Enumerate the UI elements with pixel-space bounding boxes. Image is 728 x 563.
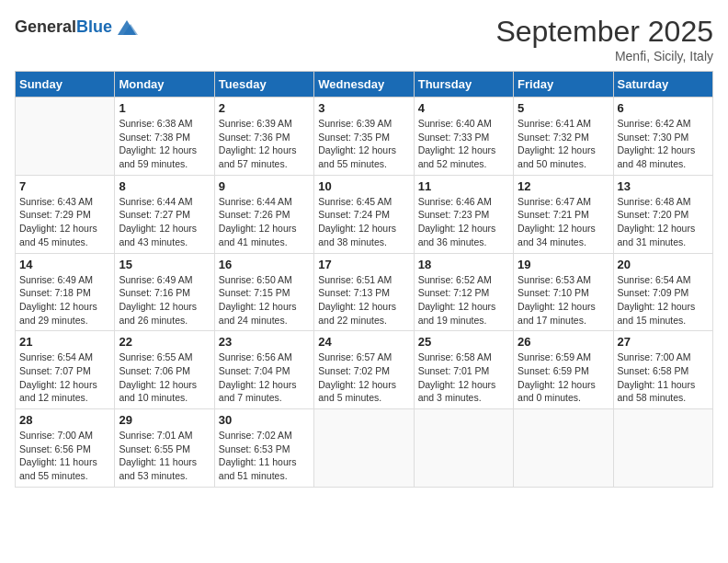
month-title: September 2025 bbox=[495, 15, 713, 49]
calendar-day-cell: 20 Sunrise: 6:54 AMSunset: 7:09 PMDaylig… bbox=[613, 253, 712, 331]
day-info: Sunrise: 6:49 AMSunset: 7:18 PMDaylight:… bbox=[19, 273, 110, 327]
calendar-day-cell: 30 Sunrise: 7:02 AMSunset: 6:53 PMDaylig… bbox=[214, 409, 313, 488]
day-info: Sunrise: 6:51 AMSunset: 7:13 PMDaylight:… bbox=[318, 273, 409, 327]
day-number: 28 bbox=[19, 413, 110, 427]
calendar-day-cell: 2 Sunrise: 6:39 AMSunset: 7:36 PMDayligh… bbox=[214, 98, 313, 176]
calendar-day-cell: 10 Sunrise: 6:45 AMSunset: 7:24 PMDaylig… bbox=[314, 175, 414, 253]
calendar-week-row: 14 Sunrise: 6:49 AMSunset: 7:18 PMDaylig… bbox=[16, 253, 713, 331]
logo-blue-text: Blue bbox=[76, 17, 112, 36]
day-info: Sunrise: 6:54 AMSunset: 7:09 PMDaylight:… bbox=[618, 273, 709, 327]
day-of-week-header: Monday bbox=[115, 72, 214, 98]
day-info: Sunrise: 6:38 AMSunset: 7:38 PMDaylight:… bbox=[119, 117, 210, 171]
calendar-day-cell: 24 Sunrise: 6:57 AMSunset: 7:02 PMDaylig… bbox=[314, 331, 414, 409]
day-number: 9 bbox=[219, 179, 310, 193]
day-of-week-header: Thursday bbox=[414, 72, 513, 98]
day-number: 8 bbox=[119, 179, 210, 193]
calendar-day-cell: 16 Sunrise: 6:50 AMSunset: 7:15 PMDaylig… bbox=[214, 253, 313, 331]
day-info: Sunrise: 7:00 AMSunset: 6:56 PMDaylight:… bbox=[19, 429, 110, 483]
day-number: 22 bbox=[119, 335, 210, 349]
day-info: Sunrise: 6:45 AMSunset: 7:24 PMDaylight:… bbox=[318, 195, 409, 249]
day-number: 3 bbox=[318, 101, 409, 115]
calendar-day-cell: 3 Sunrise: 6:39 AMSunset: 7:35 PMDayligh… bbox=[314, 98, 414, 176]
day-info: Sunrise: 6:49 AMSunset: 7:16 PMDaylight:… bbox=[119, 273, 210, 327]
day-info: Sunrise: 6:47 AMSunset: 7:21 PMDaylight:… bbox=[518, 195, 609, 249]
calendar-week-row: 1 Sunrise: 6:38 AMSunset: 7:38 PMDayligh… bbox=[16, 98, 713, 176]
calendar-day-cell: 4 Sunrise: 6:40 AMSunset: 7:33 PMDayligh… bbox=[414, 98, 513, 176]
day-info: Sunrise: 6:57 AMSunset: 7:02 PMDaylight:… bbox=[318, 350, 409, 405]
day-of-week-header: Friday bbox=[514, 72, 613, 98]
day-info: Sunrise: 6:43 AMSunset: 7:29 PMDaylight:… bbox=[19, 195, 110, 249]
day-number: 17 bbox=[318, 258, 409, 271]
calendar-day-cell bbox=[414, 409, 513, 488]
day-of-week-header: Tuesday bbox=[214, 72, 313, 98]
calendar-day-cell: 14 Sunrise: 6:49 AMSunset: 7:18 PMDaylig… bbox=[16, 253, 115, 331]
day-info: Sunrise: 7:00 AMSunset: 6:58 PMDaylight:… bbox=[618, 350, 709, 405]
calendar-day-cell: 5 Sunrise: 6:41 AMSunset: 7:32 PMDayligh… bbox=[514, 98, 613, 176]
calendar-day-cell: 18 Sunrise: 6:52 AMSunset: 7:12 PMDaylig… bbox=[414, 253, 513, 331]
calendar-day-cell: 7 Sunrise: 6:43 AMSunset: 7:29 PMDayligh… bbox=[16, 175, 115, 253]
day-info: Sunrise: 6:40 AMSunset: 7:33 PMDaylight:… bbox=[418, 117, 509, 171]
calendar-day-cell: 17 Sunrise: 6:51 AMSunset: 7:13 PMDaylig… bbox=[314, 253, 414, 331]
calendar-week-row: 7 Sunrise: 6:43 AMSunset: 7:29 PMDayligh… bbox=[16, 175, 713, 253]
day-info: Sunrise: 6:44 AMSunset: 7:26 PMDaylight:… bbox=[219, 195, 310, 249]
title-area: September 2025 Menfi, Sicily, Italy bbox=[495, 15, 713, 63]
day-number: 23 bbox=[219, 335, 310, 349]
day-info: Sunrise: 6:55 AMSunset: 7:06 PMDaylight:… bbox=[119, 350, 210, 405]
calendar-day-cell: 8 Sunrise: 6:44 AMSunset: 7:27 PMDayligh… bbox=[115, 175, 214, 253]
day-number: 26 bbox=[518, 335, 609, 349]
day-info: Sunrise: 6:39 AMSunset: 7:36 PMDaylight:… bbox=[219, 117, 310, 171]
calendar-table: SundayMondayTuesdayWednesdayThursdayFrid… bbox=[15, 71, 713, 488]
day-info: Sunrise: 6:46 AMSunset: 7:23 PMDaylight:… bbox=[418, 195, 509, 249]
day-info: Sunrise: 6:52 AMSunset: 7:12 PMDaylight:… bbox=[418, 273, 509, 327]
day-number: 24 bbox=[318, 335, 409, 349]
day-info: Sunrise: 6:59 AMSunset: 6:59 PMDaylight:… bbox=[518, 350, 609, 405]
day-number: 19 bbox=[518, 258, 609, 271]
calendar-day-cell: 29 Sunrise: 7:01 AMSunset: 6:55 PMDaylig… bbox=[115, 409, 214, 488]
calendar-day-cell: 13 Sunrise: 6:48 AMSunset: 7:20 PMDaylig… bbox=[613, 175, 712, 253]
calendar-day-cell: 6 Sunrise: 6:42 AMSunset: 7:30 PMDayligh… bbox=[613, 98, 712, 176]
calendar-day-cell bbox=[613, 409, 712, 488]
day-number: 14 bbox=[19, 258, 110, 271]
calendar-day-cell: 9 Sunrise: 6:44 AMSunset: 7:26 PMDayligh… bbox=[214, 175, 313, 253]
day-info: Sunrise: 6:44 AMSunset: 7:27 PMDaylight:… bbox=[119, 195, 210, 249]
day-info: Sunrise: 6:39 AMSunset: 7:35 PMDaylight:… bbox=[318, 117, 409, 171]
logo-icon bbox=[114, 15, 140, 40]
day-number: 7 bbox=[19, 179, 110, 193]
day-number: 6 bbox=[618, 101, 709, 115]
calendar-day-cell: 12 Sunrise: 6:47 AMSunset: 7:21 PMDaylig… bbox=[514, 175, 613, 253]
day-number: 5 bbox=[518, 101, 609, 115]
calendar-day-cell: 27 Sunrise: 7:00 AMSunset: 6:58 PMDaylig… bbox=[613, 331, 712, 409]
day-number: 21 bbox=[19, 335, 110, 349]
day-info: Sunrise: 6:54 AMSunset: 7:07 PMDaylight:… bbox=[19, 350, 110, 405]
day-of-week-header: Wednesday bbox=[314, 72, 414, 98]
calendar-day-cell: 15 Sunrise: 6:49 AMSunset: 7:16 PMDaylig… bbox=[115, 253, 214, 331]
day-of-week-header: Sunday bbox=[16, 72, 115, 98]
day-of-week-header: Saturday bbox=[613, 72, 712, 98]
day-number: 10 bbox=[318, 179, 409, 193]
day-info: Sunrise: 7:01 AMSunset: 6:55 PMDaylight:… bbox=[119, 429, 210, 483]
day-number: 1 bbox=[119, 101, 210, 115]
day-info: Sunrise: 6:42 AMSunset: 7:30 PMDaylight:… bbox=[618, 117, 709, 171]
day-number: 25 bbox=[418, 335, 509, 349]
calendar-day-cell bbox=[16, 98, 115, 176]
day-info: Sunrise: 6:48 AMSunset: 7:20 PMDaylight:… bbox=[618, 195, 709, 249]
day-info: Sunrise: 6:41 AMSunset: 7:32 PMDaylight:… bbox=[518, 117, 609, 171]
day-info: Sunrise: 6:56 AMSunset: 7:04 PMDaylight:… bbox=[219, 350, 310, 405]
calendar-day-cell: 25 Sunrise: 6:58 AMSunset: 7:01 PMDaylig… bbox=[414, 331, 513, 409]
day-info: Sunrise: 6:50 AMSunset: 7:15 PMDaylight:… bbox=[219, 273, 310, 327]
calendar-day-cell: 11 Sunrise: 6:46 AMSunset: 7:23 PMDaylig… bbox=[414, 175, 513, 253]
logo: GeneralBlue bbox=[15, 15, 140, 40]
day-number: 29 bbox=[119, 413, 210, 427]
logo-general-text: General bbox=[15, 17, 76, 36]
page-header: GeneralBlue September 2025 Menfi, Sicily… bbox=[15, 15, 713, 63]
calendar-header-row: SundayMondayTuesdayWednesdayThursdayFrid… bbox=[16, 72, 713, 98]
calendar-day-cell: 26 Sunrise: 6:59 AMSunset: 6:59 PMDaylig… bbox=[514, 331, 613, 409]
day-info: Sunrise: 7:02 AMSunset: 6:53 PMDaylight:… bbox=[219, 429, 310, 483]
calendar-day-cell bbox=[314, 409, 414, 488]
calendar-day-cell: 28 Sunrise: 7:00 AMSunset: 6:56 PMDaylig… bbox=[16, 409, 115, 488]
calendar-day-cell: 22 Sunrise: 6:55 AMSunset: 7:06 PMDaylig… bbox=[115, 331, 214, 409]
day-number: 4 bbox=[418, 101, 509, 115]
calendar-day-cell: 21 Sunrise: 6:54 AMSunset: 7:07 PMDaylig… bbox=[16, 331, 115, 409]
calendar-day-cell: 23 Sunrise: 6:56 AMSunset: 7:04 PMDaylig… bbox=[214, 331, 313, 409]
day-number: 27 bbox=[618, 335, 709, 349]
